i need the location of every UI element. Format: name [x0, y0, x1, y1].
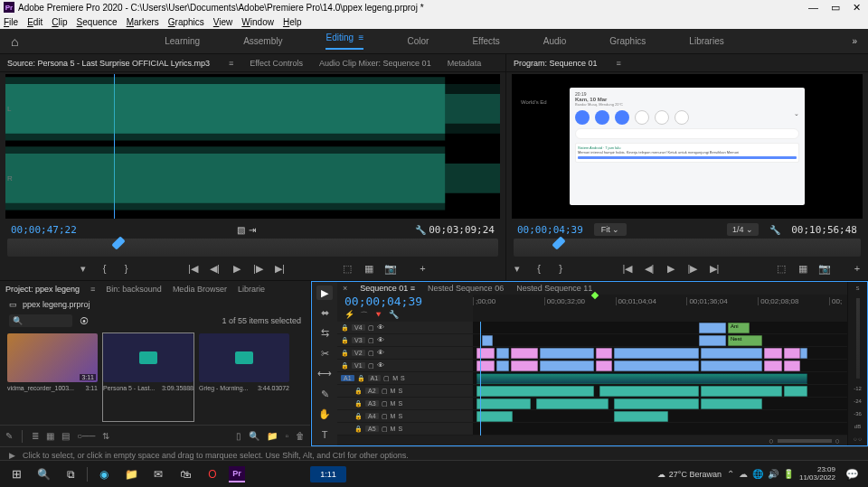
- program-tab[interactable]: Program: Sequence 01: [514, 59, 598, 68]
- trash-icon[interactable]: 🗑: [296, 431, 305, 441]
- clip[interactable]: [614, 361, 699, 371]
- track-a1[interactable]: A1🔒A1▢MS: [337, 372, 473, 385]
- audio-clip[interactable]: [599, 386, 699, 397]
- program-in-tc[interactable]: 00;00;04;39: [517, 224, 583, 236]
- marker-add-icon[interactable]: 🔻: [373, 310, 383, 322]
- clip[interactable]: [764, 361, 782, 371]
- clip[interactable]: [496, 348, 509, 359]
- export-frame-icon[interactable]: 📷: [818, 263, 831, 275]
- project-item[interactable]: Grieg - Morning...3:44.03072: [199, 333, 289, 421]
- marker-icon[interactable]: ▾: [77, 263, 90, 275]
- clip[interactable]: [699, 335, 726, 346]
- timeline-clips-area[interactable]: Ani Nest: [473, 322, 847, 435]
- clip[interactable]: [476, 348, 495, 359]
- source-tab[interactable]: Source: Persona 5 - Last Surprise OFFICI…: [7, 59, 210, 68]
- taskbar-search[interactable]: 🔍: [33, 464, 54, 484]
- seq-tab-1[interactable]: Sequence 01 ≡: [360, 284, 415, 293]
- audio-clip[interactable]: [476, 373, 807, 384]
- step-fwd-icon[interactable]: |▶: [252, 263, 265, 275]
- media-browser-tab[interactable]: Media Browser: [173, 285, 227, 294]
- audio-clip[interactable]: [701, 386, 782, 397]
- project-item[interactable]: 3:11 vidma_recorder_1003...3:11: [7, 333, 98, 421]
- razor-tool[interactable]: ✂: [316, 346, 333, 361]
- insert-icon[interactable]: ⬚: [341, 263, 354, 275]
- clip[interactable]: [496, 361, 509, 371]
- step-fwd-icon[interactable]: |▶: [686, 263, 699, 275]
- ws-editing[interactable]: Editing ≡: [326, 33, 363, 50]
- slip-tool[interactable]: ⟷: [316, 367, 333, 381]
- goto-out-icon[interactable]: ▶|: [708, 263, 721, 275]
- clip[interactable]: [540, 361, 594, 371]
- menu-sequence[interactable]: Sequence: [77, 17, 118, 27]
- filter-icon[interactable]: ⦿: [80, 316, 89, 326]
- seq-tab-2[interactable]: Nested Sequence 06: [428, 284, 504, 293]
- seq-tab-3[interactable]: Nested Sequence 11: [516, 284, 592, 293]
- audio-clip[interactable]: [614, 411, 668, 422]
- audio-mixer-tab[interactable]: Audio Clip Mixer: Sequence 01: [319, 59, 431, 68]
- system-tray[interactable]: ⌃ ☁ 🌐 🔊 🔋: [727, 469, 794, 479]
- play-button[interactable]: ▶: [231, 263, 243, 275]
- track-a4[interactable]: 🔒A4▢MS: [337, 410, 473, 423]
- in-bracket-icon[interactable]: {: [533, 263, 545, 274]
- program-scrubber[interactable]: [514, 239, 861, 257]
- timeline-zoom-in-icon[interactable]: ○: [835, 436, 840, 445]
- source-scrub-handle[interactable]: [112, 236, 127, 250]
- source-scrubber[interactable]: [7, 239, 498, 257]
- clip[interactable]: [511, 361, 538, 371]
- clip-nest[interactable]: Nest: [728, 335, 762, 346]
- type-tool[interactable]: T: [316, 427, 333, 442]
- ws-effects[interactable]: Effects: [472, 36, 499, 46]
- explorer-icon[interactable]: 📁: [120, 464, 142, 484]
- close-seq-icon[interactable]: ×: [343, 284, 347, 293]
- track-select-tool[interactable]: ⬌: [316, 305, 333, 320]
- selection-tool[interactable]: ▶: [316, 286, 333, 300]
- plus-icon[interactable]: +: [417, 263, 429, 274]
- overwrite-icon[interactable]: ▦: [363, 263, 375, 275]
- home-icon[interactable]: ⌂: [11, 34, 18, 49]
- step-back-icon[interactable]: ◀|: [643, 263, 656, 275]
- audio-clip[interactable]: [476, 386, 594, 397]
- project-search-input[interactable]: 🔍: [9, 314, 72, 327]
- in-bracket-icon[interactable]: {: [99, 263, 111, 274]
- plus-icon[interactable]: +: [851, 263, 863, 274]
- bin-tab[interactable]: Bin: backsound: [106, 285, 162, 294]
- program-monitor[interactable]: World's Ed 20:19 Kam, 10 Mar Bandar Muaq…: [512, 74, 863, 219]
- zoom-slider-icon[interactable]: ○──: [77, 431, 95, 441]
- timeline-zoom-slider[interactable]: [778, 439, 832, 443]
- ws-graphics[interactable]: Graphics: [609, 36, 646, 46]
- audio-clip[interactable]: [536, 398, 609, 409]
- out-bracket-icon[interactable]: }: [120, 263, 133, 274]
- clip[interactable]: [701, 348, 762, 359]
- menu-clip[interactable]: Clip: [52, 17, 67, 27]
- sort-icon[interactable]: ⇅: [102, 431, 109, 441]
- clip[interactable]: [476, 361, 495, 371]
- weather-widget[interactable]: ☁ 27°C Berawan: [657, 470, 722, 479]
- program-scrub-handle[interactable]: [552, 236, 566, 250]
- menu-markers[interactable]: Markers: [127, 17, 159, 27]
- track-v4[interactable]: 🔒V4▢👁: [337, 322, 473, 334]
- find-icon[interactable]: 🔍: [249, 431, 259, 441]
- marker-icon[interactable]: ▾: [511, 263, 524, 275]
- hand-tool[interactable]: ✋: [316, 407, 333, 421]
- volume-icon[interactable]: 🔊: [768, 469, 778, 479]
- track-a3[interactable]: 🔒A3▢MS: [337, 398, 473, 410]
- audio-clip[interactable]: [614, 398, 699, 409]
- ws-color[interactable]: Color: [407, 36, 429, 46]
- source-in-tc[interactable]: 00;00;47;22: [11, 224, 77, 236]
- ws-learning[interactable]: Learning: [165, 36, 200, 46]
- zoom-fit-icon[interactable]: ⇥: [249, 225, 256, 235]
- timeline-ruler[interactable]: ;00;00 00;00;32;00 00;01;04;04 00;01;36;…: [473, 295, 847, 322]
- pen-tool[interactable]: ✎: [316, 387, 333, 401]
- clip[interactable]: [800, 348, 807, 359]
- task-view-icon[interactable]: ⧉: [60, 464, 81, 484]
- clip[interactable]: [482, 335, 493, 346]
- minimize-button[interactable]: —: [808, 2, 818, 14]
- ws-libraries[interactable]: Libraries: [689, 36, 723, 46]
- track-v1[interactable]: 🔒V1▢👁: [337, 360, 473, 372]
- menu-graphics[interactable]: Graphics: [168, 17, 204, 27]
- mail-icon[interactable]: ✉: [147, 464, 169, 484]
- extract-icon[interactable]: ▦: [797, 263, 809, 275]
- store-icon[interactable]: 🛍: [175, 464, 196, 484]
- list-view-icon[interactable]: ≣: [32, 431, 39, 441]
- automate-icon[interactable]: ▯: [236, 431, 241, 441]
